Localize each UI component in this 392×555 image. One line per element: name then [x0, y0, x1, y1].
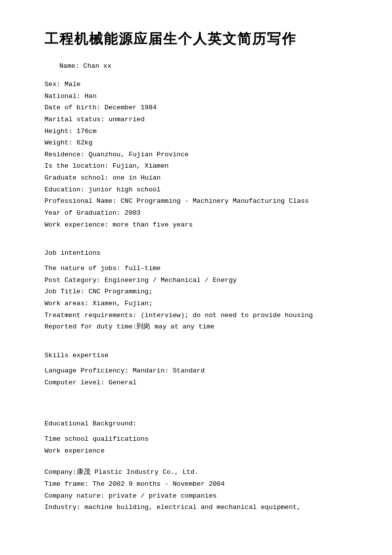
- work-details-block: Company:康茂 Plastic Industry Co., Ltd.Tim…: [44, 466, 357, 513]
- skills-line: Language Proficiency: Mandarin: Standard: [44, 365, 357, 377]
- personal-info-line: Sex: Male: [44, 79, 357, 91]
- personal-info-line: Residence: Quanzhou, Fujian Province: [44, 149, 357, 161]
- personal-info-line: Height: 176cm: [44, 126, 357, 138]
- name-line: Name: Chan xx: [59, 62, 357, 70]
- personal-info-line: Education: junior high school: [44, 184, 357, 196]
- work-detail-line: Time frame: The 2002 9 months - November…: [44, 478, 357, 490]
- personal-info-line: Work experience: more than five years: [44, 219, 357, 231]
- job-intention-line: Treatment requirements: (interview); do …: [44, 310, 357, 322]
- personal-info-line: Date of birth: December 1984: [44, 102, 357, 114]
- personal-info-line: Professional Name: CNC Programming - Mac…: [44, 195, 357, 207]
- skills-line: Computer level: General: [44, 377, 357, 389]
- job-intention-line: Job Title: CNC Programming;: [44, 286, 357, 298]
- educational-sub-line: Work experience: [44, 445, 357, 457]
- personal-info-line: Marital status: unmarried: [44, 114, 357, 126]
- personal-info-block: Sex: MaleNational: HanDate of birth: Dec…: [44, 79, 357, 231]
- job-intentions-block: The nature of jobs: full-timePost Catego…: [44, 263, 357, 333]
- work-detail-line: Company nature: private / private compan…: [44, 490, 357, 502]
- personal-info-line: National: Han: [44, 91, 357, 102]
- skills-block: Language Proficiency: Mandarin: Standard…: [44, 365, 357, 388]
- job-intention-line: The nature of jobs: full-time: [44, 263, 357, 275]
- educational-sub-block: Time school qualificationsWork experienc…: [44, 433, 357, 457]
- job-intention-line: Post Category: Engineering / Mechanical …: [44, 275, 357, 286]
- personal-info-line: Year of Graduation: 2003: [44, 207, 357, 219]
- work-detail-line: Company:康茂 Plastic Industry Co., Ltd.: [44, 466, 357, 478]
- personal-info-line: Graduate school: one in Huian: [44, 172, 357, 184]
- job-intention-line: Work areas: Xiamen, Fujian;: [44, 298, 357, 310]
- job-intentions-heading: Job intentions: [44, 249, 357, 257]
- educational-heading: Educational Background:: [44, 420, 357, 427]
- work-detail-line: Industry: machine building, electrical a…: [44, 502, 357, 513]
- personal-info-line: Is the location: Fujian, Xiamen: [44, 160, 357, 172]
- educational-sub-line: Time school qualifications: [44, 433, 357, 445]
- page-title: 工程机械能源应届生个人英文简历写作: [44, 30, 357, 48]
- personal-info-line: Weight: 62kg: [44, 137, 357, 149]
- job-intention-line: Reported for duty time:到岗 may at any tim…: [44, 321, 357, 333]
- skills-heading: Skills expertise: [44, 352, 357, 359]
